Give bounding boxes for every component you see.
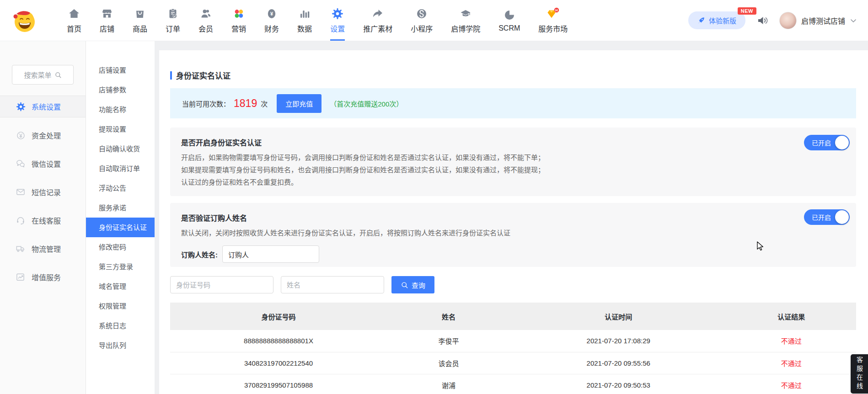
col-name: 姓名 [387,303,510,330]
enable-verification-toggle[interactable]: 已开启 [804,135,850,150]
nav-item-data[interactable]: 数据 [288,0,321,41]
submenu-item-domain-management[interactable]: 域名管理 [86,277,155,296]
svg-text:H: H [556,8,558,12]
result-badge: 不通过 [727,330,857,352]
nav-item-mini-program[interactable]: 小程序 [402,0,442,41]
sidebar-item-sms-records[interactable]: 短信记录 [0,178,86,206]
shop-name: 启博测试店铺 [801,15,845,26]
sidebar-item-funds-processing[interactable]: 资金处理 [0,121,86,149]
nav-item-service-market[interactable]: H 服务市场 [529,0,577,41]
sidebar-item-value-added-services[interactable]: 增值服务 [0,263,86,291]
table-row: 340823197002212540 该会员 2021-07-20 09:55:… [170,352,856,374]
quota-label: 当前可用次数： [182,99,230,108]
search-icon [401,281,408,289]
bonus-note: （首次充值赠送200次） [330,99,403,108]
yen-circle-icon [16,131,26,140]
submenu-item-shop-params[interactable]: 店铺参数 [86,80,155,100]
svg-text:¥: ¥ [270,11,273,16]
customer-service-float-button[interactable]: 客服在线 [851,354,868,394]
sidebar-item-online-service[interactable]: 在线客服 [0,206,86,234]
result-badge: 不通过 [727,374,857,394]
submenu-item-export-queue[interactable]: 导出队列 [86,335,155,355]
avatar [779,12,797,29]
section-verify-purchaser-name: 是否验证订购人姓名 默认关闭，关闭时按照收货人姓名来进行身份证实名认证，开启后，… [170,203,856,267]
marketing-clover-icon [233,7,245,20]
scrm-pie-icon [504,9,515,21]
nav-item-members[interactable]: 会员 [189,0,222,41]
mail-icon [16,187,26,197]
name-input[interactable] [281,276,384,293]
nav-right-cluster: 体验新版 NEW 启博测试店铺 [688,11,857,29]
quota-banner: 当前可用次数： 1819 次 立即充值 （首次充值赠送200次） [170,88,856,118]
nav-item-goods[interactable]: 商品 [123,0,156,41]
nav-item-orders[interactable]: 订单 [156,0,189,41]
primary-nav: 首页 店铺 商品 订单 会员 [58,0,577,41]
search-icon [54,71,62,79]
nav-item-marketing[interactable]: 营销 [222,0,255,41]
page-title: 身份证实名认证 [170,69,856,81]
goods-bag-icon [134,7,146,20]
sidebar-item-wechat-settings[interactable]: 微信设置 [0,149,86,178]
submenu-item-floating-notice[interactable]: 浮动公告 [86,178,155,198]
wechat-icon [16,159,26,169]
menu-search-input[interactable]: 搜索菜单 [12,65,74,85]
try-new-version-button[interactable]: 体验新版 NEW [688,11,745,29]
col-id-number: 身份证号码 [170,303,387,330]
submenu-item-third-party-login[interactable]: 第三方登录 [86,257,155,277]
data-bars-icon [299,7,311,20]
table-row: 88888888888888801X 李俊平 2021-07-20 17:08:… [170,330,856,352]
submenu-item-withdrawal-settings[interactable]: 提现设置 [86,119,155,139]
menu-search-placeholder: 搜索菜单 [24,70,51,80]
growth-chart-icon [16,272,26,282]
result-badge: 不通过 [727,352,857,374]
submenu-item-id-verification[interactable]: 身份证实名认证 [86,218,155,237]
toggle-knob [835,210,849,224]
settings-gear-icon [332,7,343,20]
members-icon [200,7,212,20]
speaker-icon[interactable] [756,15,768,27]
verification-records-table: 身份证号码 姓名 认证时间 认证结果 88888888888888801X 李俊… [170,303,856,394]
col-verify-result: 认证结果 [727,303,857,330]
nav-item-promo-materials[interactable]: 推广素材 [354,0,402,41]
title-accent-bar [170,71,172,80]
sidebar-item-logistics[interactable]: 物流管理 [0,234,86,263]
main-panel: 身份证实名认证 当前可用次数： 1819 次 立即充值 （首次充值赠送200次）… [159,50,868,394]
promo-share-icon [372,7,384,20]
record-search-row: 查询 [170,276,856,293]
submenu-item-service-promise[interactable]: 服务承诺 [86,198,155,218]
gear-icon [16,102,26,112]
col-verify-time: 认证时间 [510,303,727,330]
table-header-row: 身份证号码 姓名 认证时间 认证结果 [170,303,856,330]
submenu-item-auto-cancel-order[interactable]: 自动取消订单 [86,159,155,178]
account-menu[interactable]: 启博测试店铺 [779,12,857,29]
submenu-item-feature-names[interactable]: 功能名称 [86,100,155,119]
finance-yen-icon: ¥ [266,7,278,20]
new-badge: NEW [738,7,756,15]
section-title: 是否开启身份证实名认证 [181,137,845,148]
submenu-item-shop-settings[interactable]: 店铺设置 [86,60,155,80]
purchaser-name-label: 订购人姓名: [181,250,218,259]
submenu-item-auto-confirm-receipt[interactable]: 自动确认收货 [86,139,155,159]
verify-name-toggle[interactable]: 已开启 [804,209,850,225]
quota-value: 1819 [234,97,257,110]
table-row: 370829199507105988 谢浦 2021-07-20 09:50:5… [170,374,856,394]
query-button[interactable]: 查询 [391,276,434,293]
submenu-item-change-password[interactable]: 修改密码 [86,237,155,257]
section-title: 是否验证订购人姓名 [181,212,845,223]
toggle-knob [835,136,849,149]
submenu-item-system-logs[interactable]: 系统日志 [86,316,155,335]
submenu-item-permission-management[interactable]: 权限管理 [86,296,155,316]
nav-item-settings[interactable]: 设置 [321,0,354,41]
nav-item-finance[interactable]: ¥ 财务 [255,0,288,41]
top-navigation: 首页 店铺 商品 订单 会员 [0,0,868,41]
recharge-button[interactable]: 立即充值 [277,94,321,113]
nav-item-academy[interactable]: 启博学院 [442,0,489,41]
nav-item-shop[interactable]: 店铺 [91,0,123,41]
purchaser-name-input[interactable] [222,245,319,263]
home-icon [68,7,80,20]
id-number-input[interactable] [170,276,273,293]
chevron-down-icon [850,17,857,24]
sidebar-item-system-settings[interactable]: 系统设置 [0,96,86,117]
nav-item-home[interactable]: 首页 [58,0,91,41]
nav-item-scrm[interactable]: SCRM [489,0,529,41]
